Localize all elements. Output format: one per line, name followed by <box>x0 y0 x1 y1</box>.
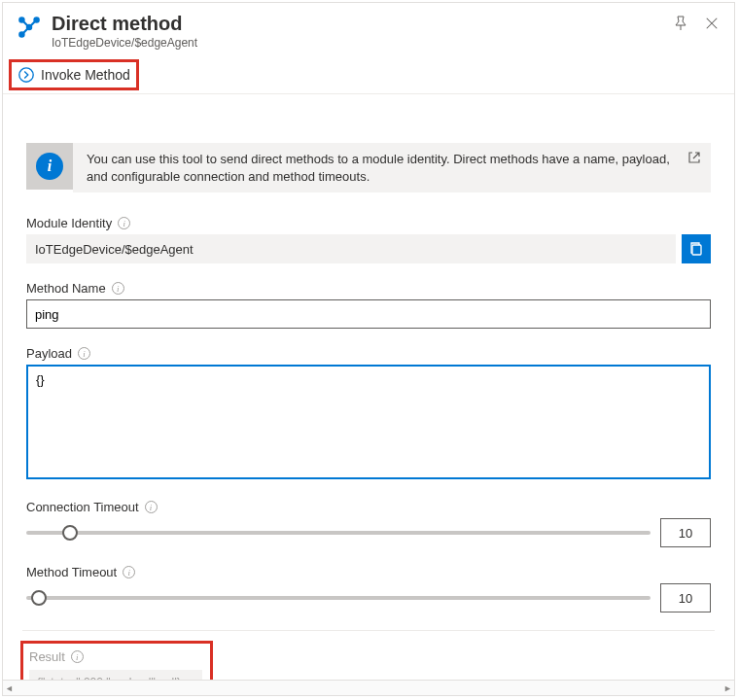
command-bar: Invoke Method <box>3 55 734 94</box>
method-name-field: Method Name i <box>26 281 711 329</box>
horizontal-scrollbar[interactable]: ◄ ► <box>3 680 734 695</box>
scroll-right-icon[interactable]: ► <box>723 683 732 693</box>
divider <box>22 630 715 631</box>
page-title: Direct method <box>52 13 672 34</box>
close-button[interactable] <box>703 15 721 32</box>
slider-thumb[interactable] <box>31 590 47 606</box>
copy-button[interactable] <box>682 234 711 263</box>
method-timeout-label: Method Timeout <box>26 565 117 579</box>
external-link-icon[interactable] <box>687 151 701 164</box>
info-icon[interactable]: i <box>112 282 124 295</box>
result-label: Result <box>29 649 65 664</box>
method-name-label: Method Name <box>26 281 106 296</box>
connection-timeout-label: Connection Timeout <box>26 500 139 514</box>
module-identity-field: Module Identity i <box>26 216 711 263</box>
info-text: You can use this tool to send direct met… <box>87 151 676 185</box>
info-icon[interactable]: i <box>78 347 90 360</box>
result-section: Result i {"status":200,"payload":null} <box>20 641 213 680</box>
payload-field: Payload i <box>26 346 711 482</box>
module-identity-input <box>26 234 676 263</box>
invoke-icon <box>18 66 35 84</box>
panel-header: Direct method IoTEdgeDevice/$edgeAgent <box>3 3 734 55</box>
module-identity-label: Module Identity <box>26 216 112 230</box>
info-icon-box: i <box>26 143 73 190</box>
method-timeout-value[interactable]: 10 <box>660 583 711 612</box>
info-icon[interactable]: i <box>145 501 158 513</box>
result-output: {"status":200,"payload":null} <box>29 670 202 680</box>
scroll-left-icon[interactable]: ◄ <box>5 683 14 693</box>
connection-timeout-value[interactable]: 10 <box>660 518 711 547</box>
slider-thumb[interactable] <box>62 525 78 541</box>
direct-method-icon <box>17 15 42 40</box>
invoke-method-button[interactable]: Invoke Method <box>9 59 139 90</box>
direct-method-panel: Direct method IoTEdgeDevice/$edgeAgent <box>2 2 735 696</box>
connection-timeout-slider[interactable] <box>26 524 651 542</box>
info-banner: i You can use this tool to send direct m… <box>26 143 711 192</box>
svg-point-4 <box>19 67 33 81</box>
page-subtitle: IoTEdgeDevice/$edgeAgent <box>52 36 672 50</box>
pin-button[interactable] <box>672 15 689 32</box>
panel-body: i You can use this tool to send direct m… <box>3 94 734 680</box>
info-icon[interactable]: i <box>123 566 135 578</box>
payload-input[interactable] <box>26 365 711 479</box>
info-icon[interactable]: i <box>118 217 130 229</box>
method-timeout-field: Method Timeout i 10 <box>26 565 711 612</box>
payload-label: Payload <box>26 346 72 361</box>
connection-timeout-field: Connection Timeout i 10 <box>26 500 711 547</box>
method-name-input[interactable] <box>26 299 711 329</box>
info-icon: i <box>36 153 63 180</box>
invoke-method-label: Invoke Method <box>41 67 130 83</box>
method-timeout-slider[interactable] <box>26 589 651 607</box>
info-icon[interactable]: i <box>71 650 84 663</box>
svg-rect-5 <box>692 245 701 255</box>
